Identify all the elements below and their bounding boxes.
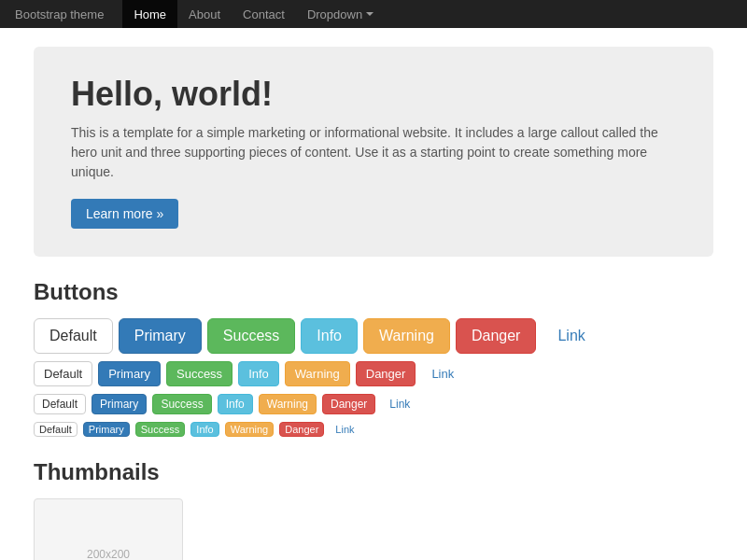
btn-md-success[interactable]: Success bbox=[166, 361, 233, 386]
btn-lg-danger[interactable]: Danger bbox=[456, 318, 536, 354]
btn-xs-primary[interactable]: Primary bbox=[83, 422, 130, 437]
btn-xs-success[interactable]: Success bbox=[135, 422, 186, 437]
btn-md-default[interactable]: Default bbox=[34, 361, 92, 386]
btn-md-link[interactable]: Link bbox=[421, 361, 464, 386]
btn-lg-info[interactable]: Info bbox=[301, 318, 358, 354]
main-container: Hello, world! This is a template for a s… bbox=[19, 28, 728, 560]
buttons-section: Buttons Default Primary Success Info War… bbox=[34, 279, 713, 437]
navbar: Bootstrap theme Home About Contact Dropd… bbox=[0, 0, 747, 28]
hero-title: Hello, world! bbox=[71, 75, 676, 114]
nav-item-about[interactable]: About bbox=[177, 0, 232, 28]
btn-md-danger[interactable]: Danger bbox=[356, 361, 416, 386]
thumbnail-label: 200x200 bbox=[87, 548, 130, 560]
nav-item-dropdown[interactable]: Dropdown bbox=[296, 0, 385, 28]
btn-md-warning[interactable]: Warning bbox=[285, 361, 350, 386]
nav-item-home[interactable]: Home bbox=[122, 0, 177, 28]
btn-xs-danger[interactable]: Danger bbox=[279, 422, 324, 437]
btn-lg-link[interactable]: Link bbox=[542, 318, 600, 354]
btn-lg-default[interactable]: Default bbox=[34, 318, 113, 354]
nav-item-contact[interactable]: Contact bbox=[232, 0, 296, 28]
hero-description: This is a template for a simple marketin… bbox=[71, 123, 676, 182]
btn-sm-primary[interactable]: Primary bbox=[92, 394, 147, 414]
btn-sm-info[interactable]: Info bbox=[218, 394, 253, 414]
btn-row-md: Default Primary Success Info Warning Dan… bbox=[34, 361, 713, 386]
btn-row-xs: Default Primary Success Info Warning Dan… bbox=[34, 422, 713, 437]
buttons-section-title: Buttons bbox=[34, 279, 713, 305]
btn-sm-default[interactable]: Default bbox=[34, 394, 86, 414]
btn-xs-warning[interactable]: Warning bbox=[225, 422, 275, 437]
btn-sm-warning[interactable]: Warning bbox=[259, 394, 317, 414]
btn-row-sm: Default Primary Success Info Warning Dan… bbox=[34, 394, 713, 414]
btn-lg-primary[interactable]: Primary bbox=[119, 318, 202, 354]
dropdown-caret-icon bbox=[366, 12, 374, 16]
nav-items: Home About Contact Dropdown bbox=[122, 0, 385, 28]
hero-unit: Hello, world! This is a template for a s… bbox=[34, 47, 713, 257]
btn-sm-danger[interactable]: Danger bbox=[322, 394, 375, 414]
learn-more-button[interactable]: Learn more » bbox=[71, 199, 178, 229]
btn-sm-link[interactable]: Link bbox=[381, 394, 418, 414]
btn-md-primary[interactable]: Primary bbox=[98, 361, 161, 386]
thumbnails-section-title: Thumbnails bbox=[34, 459, 713, 485]
thumbnail-item[interactable]: 200x200 bbox=[34, 498, 183, 560]
nav-dropdown-label: Dropdown bbox=[307, 7, 374, 21]
navbar-brand[interactable]: Bootstrap theme bbox=[15, 7, 104, 21]
btn-xs-default[interactable]: Default bbox=[34, 422, 78, 437]
btn-lg-success[interactable]: Success bbox=[207, 318, 295, 354]
thumbnails-section: Thumbnails 200x200 bbox=[34, 459, 713, 560]
btn-sm-success[interactable]: Success bbox=[152, 394, 211, 414]
btn-xs-info[interactable]: Info bbox=[190, 422, 218, 437]
btn-md-info[interactable]: Info bbox=[238, 361, 279, 386]
btn-row-lg: Default Primary Success Info Warning Dan… bbox=[34, 318, 713, 354]
btn-xs-link[interactable]: Link bbox=[330, 422, 359, 437]
btn-lg-warning[interactable]: Warning bbox=[363, 318, 450, 354]
